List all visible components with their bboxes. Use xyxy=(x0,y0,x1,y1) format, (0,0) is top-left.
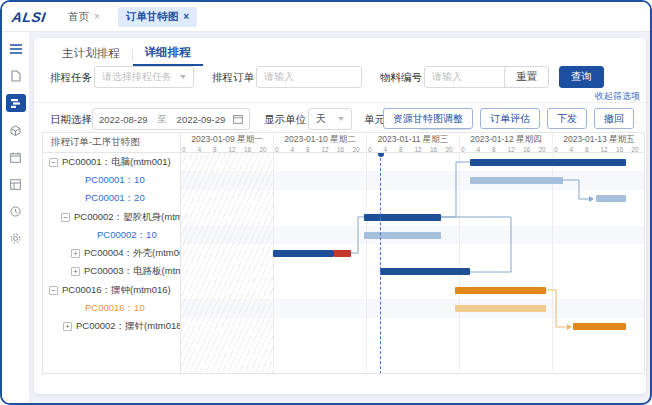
plan-board-icon[interactable] xyxy=(6,175,26,193)
gantt-section: 排程订单-工序甘特图 −PC00001：电脑(mtm001)PC00001：10… xyxy=(42,132,645,374)
gantt-day-label: 2023-01-12 星期四 xyxy=(460,134,552,146)
top-tab-order-gantt[interactable]: 订单甘特图 × xyxy=(118,7,197,27)
collapse-node-icon[interactable]: − xyxy=(61,213,70,222)
gantt-tree-row[interactable]: PC00001：20 xyxy=(43,190,180,208)
gantt-day-column-header: 2023-01-11 星期三048121620 xyxy=(367,133,460,153)
toolbar-button[interactable]: 下发 xyxy=(547,108,587,129)
gantt-hour-tick: 12 xyxy=(322,146,329,153)
gantt-day-column-header: 2023-01-13 星期五048121620 xyxy=(553,133,644,153)
gantt-tree-row-label: PC00016：摆钟(mtm016) xyxy=(62,284,171,297)
gantt-bar[interactable] xyxy=(596,195,627,202)
gantt-tree-row[interactable]: −PC00016：摆钟(mtm016) xyxy=(43,281,180,299)
gantt-tree-row[interactable]: PC00002：10 xyxy=(43,226,180,244)
tab-detail-schedule[interactable]: 详细排程 xyxy=(133,45,203,66)
day-gridline xyxy=(552,153,553,373)
gantt-bar[interactable] xyxy=(573,323,626,330)
day-gridline xyxy=(273,153,274,373)
package-icon[interactable] xyxy=(6,121,26,139)
gantt-hour-tick: 20 xyxy=(353,146,360,153)
gantt-hour-tick: 12 xyxy=(229,146,236,153)
reset-button[interactable]: 重置 xyxy=(504,66,549,88)
gantt-hour-tick: 4 xyxy=(384,146,388,153)
gantt-hour-tick: 8 xyxy=(213,146,217,153)
day-gridline xyxy=(366,153,367,373)
gantt-tree-row-label: PC00001：20 xyxy=(85,192,145,205)
order-input-placeholder: 请输入 xyxy=(264,70,294,84)
gantt-hour-tick: 0 xyxy=(182,146,186,153)
toolbar-button[interactable]: 资源甘特图调整 xyxy=(383,108,473,129)
toolbar-button[interactable]: 撤回 xyxy=(594,108,634,129)
order-input[interactable]: 请输入 xyxy=(256,66,362,88)
filter-row: 排程任务 请选择排程任务 排程订单 请输入 物料编号 请输入 重置 查询 xyxy=(50,66,630,88)
unit-label: 显示单位 xyxy=(264,113,306,127)
gantt-bar[interactable] xyxy=(455,287,546,294)
gantt-tree-row[interactable]: −PC00002：塑胶机身(mtm002) xyxy=(43,208,180,226)
app-logo: ALSI xyxy=(11,9,47,25)
gantt-tree-panel: 排程订单-工序甘特图 −PC00001：电脑(mtm001)PC00001：10… xyxy=(43,133,181,373)
task-label: 排程任务 xyxy=(50,71,92,85)
task-select[interactable]: 请选择排程任务 xyxy=(94,66,194,88)
gantt-bar[interactable] xyxy=(364,232,441,239)
gantt-hour-tick: 12 xyxy=(601,146,608,153)
query-button[interactable]: 查询 xyxy=(559,66,604,88)
tab-master-schedule[interactable]: 主计划排程 xyxy=(50,46,132,65)
gantt-bar[interactable] xyxy=(273,250,333,257)
settings-gear-icon[interactable] xyxy=(6,229,26,247)
gantt-hour-tick: 16 xyxy=(244,146,251,153)
toolbar-button[interactable]: 订单评估 xyxy=(480,108,540,129)
order-label: 排程订单 xyxy=(212,71,254,85)
date-separator: 至 xyxy=(157,113,167,126)
current-time-marker[interactable] xyxy=(378,153,384,157)
history-clock-icon[interactable] xyxy=(6,202,26,220)
date-range-picker[interactable]: 2022-08-29 至 2022-09-29 xyxy=(92,108,250,130)
sidebar-rail xyxy=(2,32,30,403)
expand-node-icon[interactable]: + xyxy=(71,267,80,276)
unit-value: 天 xyxy=(316,112,326,126)
unit-select[interactable]: 天 xyxy=(308,108,352,130)
document-icon[interactable] xyxy=(6,67,26,85)
gantt-tree-row[interactable]: PC00001：10 xyxy=(43,171,180,189)
divider xyxy=(34,102,646,103)
gantt-tree-row[interactable]: +PC00003：电路板(mtm003) xyxy=(43,263,180,281)
expand-node-icon[interactable]: + xyxy=(63,322,72,331)
gantt-tree-row[interactable]: −PC00001：电脑(mtm001) xyxy=(43,153,180,171)
gantt-day-column-header: 2023-01-09 星期一048121620 xyxy=(181,133,274,153)
gantt-hour-tick: 0 xyxy=(461,146,465,153)
gantt-hour-tick: 8 xyxy=(306,146,310,153)
gantt-day-label: 2023-01-09 星期一 xyxy=(181,134,273,146)
gantt-bar[interactable] xyxy=(470,177,563,184)
gantt-tree-row[interactable]: +PC00002：摆针(mtm018) xyxy=(43,318,180,336)
date-start: 2022-08-29 xyxy=(99,114,148,125)
calendar-icon[interactable] xyxy=(6,148,26,166)
collapse-node-icon[interactable]: − xyxy=(49,286,58,295)
gantt-icon[interactable] xyxy=(6,94,26,112)
gantt-bar[interactable] xyxy=(364,214,441,221)
gantt-hour-tick: 16 xyxy=(430,146,437,153)
expand-node-icon[interactable]: + xyxy=(71,249,80,258)
calendar-icon xyxy=(233,114,243,124)
gantt-timeline-header: 2023-01-09 星期一0481216202023-01-10 星期二048… xyxy=(181,133,644,153)
collapse-node-icon[interactable]: − xyxy=(49,158,58,167)
gantt-tree-row[interactable]: +PC00004：外壳(mtm004) xyxy=(43,244,180,262)
material-input-placeholder: 请输入 xyxy=(432,70,462,84)
menu-icon[interactable] xyxy=(6,40,26,58)
chevron-down-icon xyxy=(338,117,344,121)
gantt-bar[interactable] xyxy=(380,268,470,275)
gantt-bar[interactable] xyxy=(470,159,626,166)
gantt-tree-row[interactable]: PC00016：10 xyxy=(43,299,180,317)
close-icon[interactable]: × xyxy=(94,11,100,22)
gantt-hour-tick: 0 xyxy=(554,146,558,153)
top-tab-order-gantt-label: 订单甘特图 xyxy=(126,10,179,24)
gantt-tree-row-label: PC00003：电路板(mtm003) xyxy=(84,265,180,278)
top-tab-home[interactable]: 首页 × xyxy=(60,7,108,27)
gantt-hour-tick: 20 xyxy=(446,146,453,153)
gantt-day-label: 2023-01-10 星期二 xyxy=(274,134,366,146)
gantt-bar[interactable] xyxy=(334,250,352,257)
close-icon[interactable]: × xyxy=(183,11,189,22)
gantt-bar[interactable] xyxy=(455,305,546,312)
gantt-hour-tick: 4 xyxy=(291,146,295,153)
gantt-day-column-header: 2023-01-12 星期四048121620 xyxy=(460,133,553,153)
gantt-day-label: 2023-01-11 星期三 xyxy=(367,134,459,146)
app-window: ALSI 首页 × 订单甘特图 × xyxy=(0,0,652,405)
gantt-tree-row-label: PC00001：电脑(mtm001) xyxy=(62,156,171,169)
